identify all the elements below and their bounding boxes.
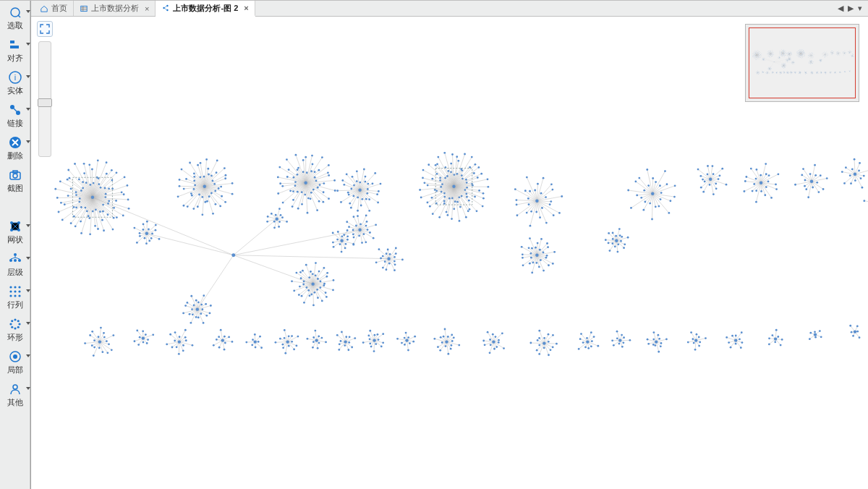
svg-point-442 [380,183,382,185]
svg-point-856 [744,180,746,182]
tool-link[interactable]: 链接 [1,103,29,128]
svg-point-244 [199,176,201,178]
fit-to-screen-button[interactable] [37,21,53,37]
tab-上市数据分析[interactable]: 上市数据分析× [74,1,156,16]
tool-local[interactable]: 局部 [1,349,29,375]
svg-point-960 [345,243,347,245]
tab-menu-button[interactable]: ▾ [858,4,862,13]
svg-point-458 [368,210,370,212]
svg-point-1013 [537,242,539,244]
svg-point-1667 [298,294,300,296]
svg-point-1677 [291,280,293,282]
close-icon[interactable]: × [244,4,248,12]
minimap-viewport[interactable] [749,27,856,98]
svg-point-92 [80,206,82,208]
svg-point-1692 [366,221,368,223]
svg-point-1552 [814,336,817,339]
svg-point-1499 [699,341,701,344]
svg-point-150 [91,169,93,171]
tab-首页[interactable]: 首页 [34,1,74,16]
tool-label: 局部 [1,365,29,375]
svg-point-1291 [362,341,365,344]
network-graph[interactable] [31,17,868,489]
svg-point-559 [446,211,448,213]
graph-canvas-area[interactable] [31,17,868,489]
svg-point-918 [851,168,854,170]
svg-point-1349 [447,336,449,338]
svg-point-1108 [142,341,145,344]
svg-point-1411 [556,343,558,345]
svg-point-617 [435,164,437,166]
tool-net[interactable]: 网状 [1,219,29,244]
svg-point-1416 [587,347,590,349]
svg-point-758 [660,192,663,194]
svg-point-1118 [142,330,144,332]
tool-ring[interactable]: 环形 [1,317,29,342]
svg-point-842 [764,194,766,196]
svg-point-1759 [201,308,203,310]
tool-hier[interactable]: 层级 [1,252,29,277]
svg-point-1603 [145,232,148,235]
svg-point-728 [630,207,632,209]
tool-entity[interactable]: i实体 [1,70,29,95]
svg-point-254 [207,168,209,170]
svg-point-1223 [286,340,289,343]
svg-point-230 [179,179,181,181]
svg-point-1774 [196,307,199,310]
svg-point-760 [673,196,676,198]
svg-point-381 [310,197,312,200]
svg-point-120 [70,187,72,190]
svg-line-3552 [770,69,771,69]
svg-point-1126 [146,342,148,344]
svg-point-1318 [405,332,407,334]
tool-delete[interactable]: 删除 [1,135,29,161]
svg-point-462 [360,205,362,207]
svg-point-1156 [178,340,181,343]
svg-point-883 [804,185,806,187]
svg-point-816 [755,178,757,180]
svg-point-723 [558,212,561,214]
tab-上市数据分析-图 2[interactable]: 上市数据分析-图 2× [156,1,255,17]
minimap[interactable] [745,24,859,102]
svg-point-216 [191,195,193,197]
svg-line-1734 [184,310,197,313]
svg-point-1341 [433,338,435,340]
tool-grid[interactable]: 行列 [1,284,29,310]
svg-point-950 [341,235,343,237]
svg-point-1462 [652,344,655,346]
svg-point-355 [315,180,318,182]
svg-point-1252 [354,337,356,339]
tab-prev-button[interactable]: ◀ [838,4,843,13]
svg-point-669 [553,214,555,216]
svg-point-543 [459,206,461,208]
svg-point-134 [78,179,80,181]
svg-point-1574 [144,237,146,239]
tab-next-button[interactable]: ▶ [848,4,854,13]
svg-line-2464 [811,56,812,59]
svg-point-351 [327,171,329,174]
svg-point-152 [93,182,95,184]
svg-line-3458 [782,66,783,67]
svg-point-411 [281,185,284,187]
svg-point-730 [640,197,642,199]
svg-point-1256 [351,346,353,349]
svg-point-914 [841,171,843,173]
tool-align[interactable]: 对齐 [1,38,29,63]
tool-other[interactable]: 其他 [1,382,29,407]
svg-point-3061 [788,72,788,73]
tool-screenshot[interactable]: 截图 [1,168,29,193]
svg-point-228 [194,184,196,187]
svg-point-66 [97,228,99,230]
svg-point-1819 [278,208,281,210]
svg-point-889 [801,174,803,177]
svg-point-94 [61,219,64,221]
zoom-slider[interactable] [38,41,51,157]
svg-point-1042 [605,239,607,241]
svg-point-1602 [148,239,150,242]
svg-point-106 [60,202,62,204]
zoom-slider-thumb[interactable] [38,98,52,107]
svg-point-1609 [308,276,310,278]
close-icon[interactable]: × [145,4,149,13]
svg-point-363 [334,190,336,192]
tool-select[interactable]: 选取 [1,5,29,30]
